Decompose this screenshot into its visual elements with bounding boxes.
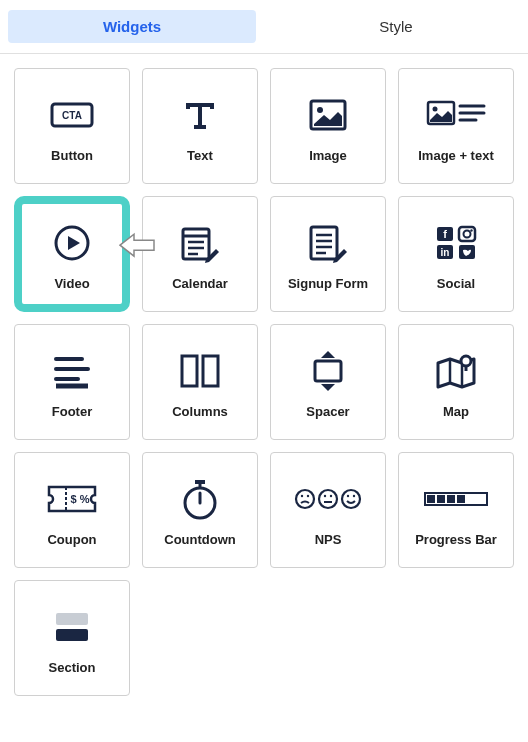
widget-label: Progress Bar: [415, 532, 497, 547]
widget-label: Image + text: [418, 148, 494, 163]
spacer-icon: [309, 346, 347, 396]
form-edit-icon: [306, 218, 350, 268]
stopwatch-icon: [181, 474, 219, 524]
svg-point-47: [319, 490, 337, 508]
tabs-bar: Widgets Style: [0, 0, 528, 54]
widget-label: Section: [49, 660, 96, 675]
svg-rect-57: [447, 495, 455, 503]
widget-coupon[interactable]: $ % Coupon: [14, 452, 130, 568]
svg-point-3: [317, 107, 323, 113]
svg-text:f: f: [443, 228, 447, 240]
image-text-icon: [426, 90, 486, 140]
widget-columns[interactable]: Columns: [142, 324, 258, 440]
widget-label: Image: [309, 148, 347, 163]
section-icon: [50, 602, 94, 652]
widget-image[interactable]: Image: [270, 68, 386, 184]
svg-rect-59: [56, 613, 88, 625]
widget-label: Button: [51, 148, 93, 163]
widget-button[interactable]: CTA Button: [14, 68, 130, 184]
svg-point-37: [461, 356, 471, 366]
widget-spacer[interactable]: Spacer: [270, 324, 386, 440]
widget-countdown[interactable]: Countdown: [142, 452, 258, 568]
coupon-icon: $ %: [46, 474, 98, 524]
svg-point-53: [353, 494, 355, 496]
svg-rect-56: [437, 495, 445, 503]
widget-label: Footer: [52, 404, 92, 419]
text-icon: [180, 90, 220, 140]
svg-point-46: [307, 494, 309, 496]
cta-button-icon: CTA: [50, 90, 94, 140]
svg-point-5: [433, 106, 438, 111]
widget-footer[interactable]: Footer: [14, 324, 130, 440]
svg-point-24: [470, 229, 472, 231]
widget-label: Map: [443, 404, 469, 419]
progress-bar-icon: [423, 474, 489, 524]
widget-label: Social: [437, 276, 475, 291]
svg-rect-55: [427, 495, 435, 503]
widget-label: Calendar: [172, 276, 228, 291]
widget-text[interactable]: Text: [142, 68, 258, 184]
widgets-grid: CTA Button Text Image: [0, 54, 528, 710]
svg-text:in: in: [441, 247, 450, 258]
widget-nps[interactable]: NPS: [270, 452, 386, 568]
widget-label: Video: [54, 276, 89, 291]
svg-rect-22: [459, 227, 475, 241]
svg-point-49: [330, 494, 332, 496]
svg-rect-32: [182, 356, 197, 386]
footer-lines-icon: [52, 346, 92, 396]
widget-label: Signup Form: [288, 276, 368, 291]
widget-section[interactable]: Section: [14, 580, 130, 696]
svg-text:CTA: CTA: [62, 110, 82, 121]
columns-icon: [178, 346, 222, 396]
svg-rect-34: [315, 361, 341, 381]
widget-social[interactable]: f in Social: [398, 196, 514, 312]
widget-progress-bar[interactable]: Progress Bar: [398, 452, 514, 568]
svg-rect-33: [203, 356, 218, 386]
svg-rect-40: [195, 480, 205, 484]
pointer-arrow-icon: [118, 230, 158, 264]
map-pin-icon: [434, 346, 478, 396]
widget-map[interactable]: Map: [398, 324, 514, 440]
widget-label: Columns: [172, 404, 228, 419]
svg-point-44: [296, 490, 314, 508]
widget-video[interactable]: Video: [14, 196, 130, 312]
tab-style[interactable]: Style: [272, 10, 520, 43]
play-circle-icon: [52, 218, 92, 268]
widget-label: Coupon: [47, 532, 96, 547]
widget-label: Text: [187, 148, 213, 163]
svg-point-45: [301, 494, 303, 496]
calendar-edit-icon: [178, 218, 222, 268]
widget-label: Spacer: [306, 404, 349, 419]
widget-signup-form[interactable]: Signup Form: [270, 196, 386, 312]
widget-label: Countdown: [164, 532, 235, 547]
widget-calendar[interactable]: Calendar: [142, 196, 258, 312]
faces-icon: [293, 474, 363, 524]
svg-point-52: [347, 494, 349, 496]
svg-point-48: [324, 494, 326, 496]
svg-rect-60: [56, 629, 88, 641]
svg-text:$ %: $ %: [71, 493, 90, 505]
svg-point-23: [464, 230, 471, 237]
widget-image-text[interactable]: Image + text: [398, 68, 514, 184]
tab-widgets[interactable]: Widgets: [8, 10, 256, 43]
widget-label: NPS: [315, 532, 342, 547]
svg-point-51: [342, 490, 360, 508]
svg-rect-58: [457, 495, 465, 503]
social-icons: f in: [433, 218, 479, 268]
image-icon: [308, 90, 348, 140]
